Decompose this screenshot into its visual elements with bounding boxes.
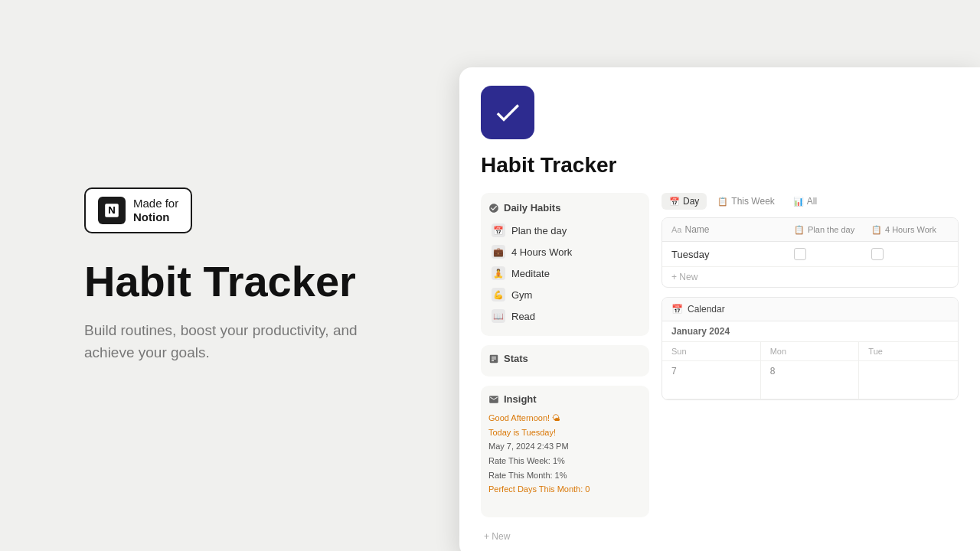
table-add-new[interactable]: + New (662, 267, 958, 287)
badge-text: Made for Notion (133, 197, 178, 224)
svg-text:N: N (108, 204, 116, 216)
week-tab-label: This Week (731, 196, 774, 207)
week-tab-icon: 📋 (717, 197, 728, 207)
row-tuesday-label: Tuesday (671, 249, 794, 260)
table-header: Aa Name 📋 Plan the day 📋 4 Hours Work (662, 218, 958, 242)
notion-icon-box: N (98, 197, 126, 224)
all-tab-label: All (807, 196, 817, 207)
day-num-7: 7 (671, 366, 677, 377)
insight-greeting: Good Afternoon! 🌤 (488, 411, 642, 425)
tab-this-week[interactable]: 📋 This Week (710, 193, 782, 210)
day-cell-tue (859, 361, 958, 399)
browser-content: Habit Tracker Daily Habits 📅 Plan the da… (459, 67, 980, 551)
mon-header: Mon (761, 342, 860, 360)
habit-gym[interactable]: 💪 Gym (488, 284, 642, 305)
notion-logo-icon: N (103, 202, 120, 219)
sidebar-new-button[interactable]: + New (481, 527, 649, 546)
tab-day[interactable]: 📅 Day (662, 193, 707, 210)
day-tab-icon: 📅 (669, 197, 680, 207)
hourswork-col-label: 4 Hours Work (885, 225, 936, 234)
sidebar-panel: Daily Habits 📅 Plan the day 💼 4 Hours Wo… (481, 193, 649, 546)
calendar-section: 📅 Calendar January 2024 Sun Mon Tue 7 (662, 297, 959, 400)
calendar-cells: 7 8 (662, 361, 958, 399)
insight-rate-week: Rate This Week: 1% (488, 454, 642, 468)
left-panel: N Made for Notion Habit Tracker Build ro… (0, 0, 490, 551)
calendar-month: January 2024 (662, 321, 958, 342)
col-planday-header: 📋 Plan the day (794, 224, 871, 235)
content-row: Daily Habits 📅 Plan the day 💼 4 Hours Wo… (481, 193, 959, 546)
gym-emoji: 💪 (492, 288, 505, 302)
planday-checkbox-cell (794, 248, 871, 260)
tab-all[interactable]: 📊 All (786, 193, 825, 210)
read-emoji: 📖 (492, 309, 505, 323)
day-cell-7: 7 (662, 361, 761, 399)
calendar-days-header: Sun Mon Tue (662, 342, 958, 361)
made-for-label: Made for (133, 197, 178, 210)
read-label: Read (511, 311, 535, 322)
subtitle: Build routines, boost your productivity,… (84, 320, 406, 364)
calendar-icon: 📅 (671, 304, 683, 315)
stats-header: Stats (488, 353, 642, 364)
gym-label: Gym (511, 289, 532, 301)
daily-habits-section: Daily Habits 📅 Plan the day 💼 4 Hours Wo… (481, 193, 649, 336)
day-cell-8: 8 (761, 361, 860, 399)
daily-habits-header: Daily Habits (488, 202, 642, 214)
meditate-emoji: 🧘 (492, 266, 505, 280)
app-icon (481, 86, 534, 139)
day-num-8: 8 (770, 366, 776, 377)
day-tab-label: Day (683, 196, 699, 207)
stats-icon (488, 354, 499, 364)
tabs-row: 📅 Day 📋 This Week 📊 All (662, 193, 959, 210)
checkmark-icon (492, 97, 523, 128)
daily-habits-label: Daily Habits (504, 202, 560, 214)
sun-header: Sun (662, 342, 761, 360)
4hours-label: 4 Hours Work (511, 246, 572, 258)
main-view: 📅 Day 📋 This Week 📊 All (662, 193, 959, 546)
calendar-header: 📅 Calendar (662, 298, 958, 321)
plan-day-label: Plan the day (511, 225, 567, 236)
insight-perfect-days: Perfect Days This Month: 0 (488, 482, 642, 497)
table-row: Tuesday (662, 242, 958, 267)
insight-today: Today is Tuesday! (488, 425, 642, 440)
all-tab-icon: 📊 (793, 197, 804, 207)
insight-icon (488, 394, 499, 405)
name-col-icon: Aa (671, 225, 681, 234)
app-title: Habit Tracker (481, 153, 959, 178)
hourswork-col-icon: 📋 (871, 225, 882, 235)
insight-section: Insight Good Afternoon! 🌤 Today is Tuesd… (481, 386, 649, 517)
app-window: Habit Tracker Daily Habits 📅 Plan the da… (459, 67, 980, 551)
main-title: Habit Tracker (84, 258, 490, 305)
habit-read[interactable]: 📖 Read (488, 305, 642, 327)
check-circle-icon (488, 203, 499, 214)
stats-label: Stats (504, 353, 528, 364)
insight-datetime: May 7, 2024 2:43 PM (488, 439, 642, 454)
habit-plan-day[interactable]: 📅 Plan the day (488, 220, 642, 241)
tue-header: Tue (859, 342, 958, 360)
insight-label: Insight (504, 393, 537, 405)
name-col-label: Name (684, 224, 709, 235)
planday-col-label: Plan the day (808, 225, 854, 234)
habit-4hours[interactable]: 💼 4 Hours Work (488, 241, 642, 262)
meditate-label: Meditate (511, 268, 550, 279)
table-row-inner: Tuesday (671, 248, 949, 260)
planday-checkbox[interactable] (794, 248, 806, 260)
habit-meditate[interactable]: 🧘 Meditate (488, 262, 642, 284)
notion-label: Notion (133, 210, 178, 224)
hourswork-checkbox-cell (871, 248, 949, 260)
planday-col-icon: 📋 (794, 225, 805, 235)
insight-header: Insight (488, 393, 642, 405)
hourswork-checkbox[interactable] (871, 248, 884, 260)
calendar-label: Calendar (688, 304, 725, 315)
plan-emoji: 📅 (492, 223, 505, 237)
work-emoji: 💼 (492, 245, 505, 259)
insight-rate-month: Rate This Month: 1% (488, 468, 642, 483)
stats-section: Stats (481, 345, 649, 377)
notion-badge: N Made for Notion (84, 187, 192, 233)
col-name-header: Aa Name (671, 224, 794, 235)
habits-table: Aa Name 📋 Plan the day 📋 4 Hours Work (662, 217, 959, 288)
col-hourswork-header: 📋 4 Hours Work (871, 224, 949, 235)
